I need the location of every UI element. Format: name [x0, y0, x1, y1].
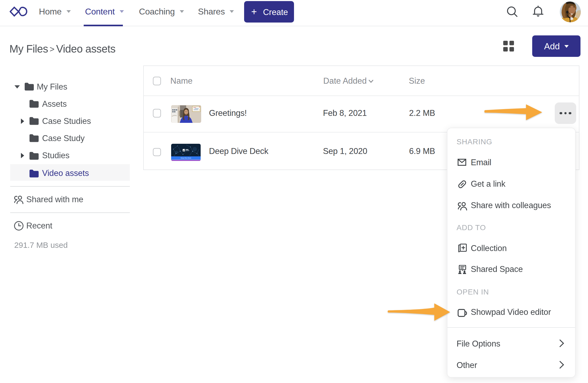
svg-text:Deep Dive Deck: Deep Dive Deck — [181, 157, 191, 159]
